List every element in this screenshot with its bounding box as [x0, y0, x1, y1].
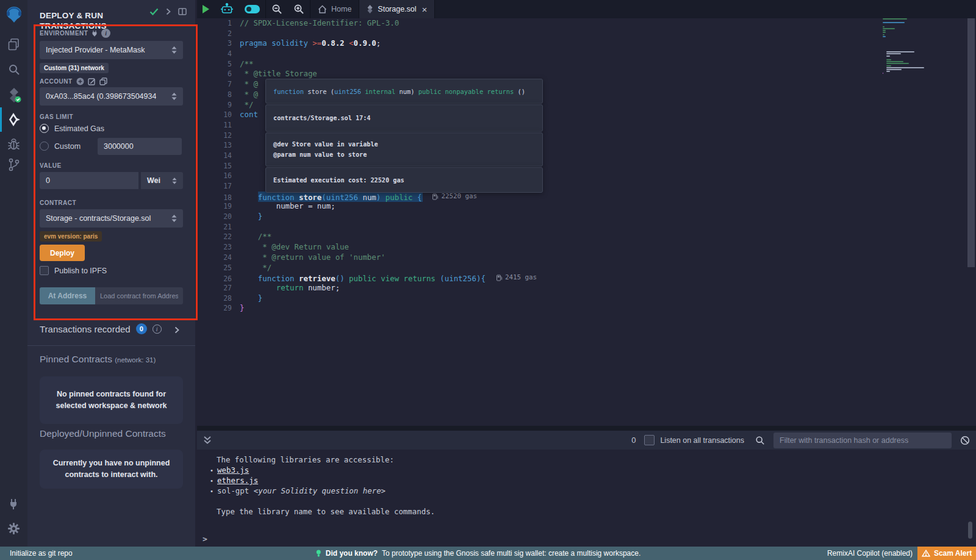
code-line[interactable]: 28 }: [197, 293, 976, 304]
account-select[interactable]: 0xA03...85ac4 (0.398673504934: [40, 87, 183, 106]
code-line[interactable]: 29}: [197, 303, 976, 314]
code-line[interactable]: 5/**: [197, 59, 976, 70]
evm-version-badge: evm version: paris: [40, 231, 102, 242]
deploy-button[interactable]: Deploy: [40, 245, 85, 261]
copilot-status[interactable]: RemixAI Copilot (enabled): [827, 549, 913, 558]
code-line[interactable]: 24 * @return value of 'number': [197, 253, 976, 263]
select-stepper-icon: [172, 178, 177, 184]
tooltip-docs: @dev Store value in variable@param num v…: [265, 132, 543, 167]
code-line[interactable]: 22 /**: [197, 232, 976, 242]
terminal-search-icon[interactable]: [755, 436, 765, 445]
plugin-manager-icon[interactable]: [0, 493, 27, 515]
terminal-tx-count: 0: [631, 436, 636, 445]
gas-estimate-annotation: 2415 gas: [497, 273, 537, 283]
environment-info-icon[interactable]: i: [101, 29, 110, 38]
code-line[interactable]: 1// SPDX-License-Identifier: GPL-3.0: [197, 18, 976, 29]
code-line[interactable]: 27 return number;: [197, 283, 976, 293]
panel-layout-icon[interactable]: [178, 8, 187, 15]
tab-storage-sol[interactable]: Storage.sol ×: [359, 0, 434, 18]
init-git-repo-button[interactable]: Initialize as git repo: [0, 549, 73, 558]
panel-expand-chevron-icon[interactable]: [166, 8, 171, 15]
network-badge: Custom (31) network: [40, 63, 109, 73]
plug-icon[interactable]: [92, 30, 98, 37]
editor-area: Home Storage.sol × 1// SPDX-License-Iden…: [197, 0, 976, 547]
code-line[interactable]: 2: [197, 29, 976, 39]
code-line[interactable]: 4: [197, 49, 976, 59]
custom-gas-input[interactable]: [98, 138, 182, 155]
contract-select[interactable]: Storage - contracts/Storage.sol: [40, 209, 183, 228]
environment-select[interactable]: Injected Provider - MetaMask: [40, 41, 183, 59]
terminal-header: 0 Listen on all transactions: [197, 431, 976, 450]
tab-home[interactable]: Home: [310, 0, 359, 18]
publish-ipfs-row: Publish to IPFS: [40, 266, 107, 275]
account-label: ACCOUNT: [40, 77, 107, 85]
deploy-run-icon[interactable]: [0, 109, 27, 131]
pinned-contracts-empty: No pinned contracts found for selected w…: [40, 376, 183, 424]
clear-console-icon[interactable]: [960, 436, 970, 445]
terminal-line: Type the library name to see available c…: [197, 506, 976, 517]
listen-transactions-label: Listen on all transactions: [660, 436, 744, 445]
value-label: VALUE: [40, 162, 62, 169]
terminal-link[interactable]: ethers.js: [217, 476, 258, 485]
transactions-expand-icon[interactable]: [174, 326, 179, 334]
code-line[interactable]: 26 function retrieve() public view retur…: [197, 273, 976, 283]
sign-message-icon[interactable]: [88, 77, 96, 85]
did-you-know-tip: Did you know? To prototype using the Gno…: [316, 549, 641, 558]
terminal-expand-icon[interactable]: [203, 436, 212, 445]
zoom-in-button[interactable]: [288, 0, 310, 18]
at-address-input[interactable]: [95, 287, 183, 304]
code-line[interactable]: 19 number = num;: [197, 201, 976, 212]
code-line[interactable]: 23 * @dev Return value: [197, 242, 976, 253]
remix-ide-window: DEPLOY & RUN TRANSACTIONS ENVIRONMENT i …: [0, 0, 976, 560]
terminal-link[interactable]: web3.js: [217, 465, 249, 475]
listen-transactions-checkbox[interactable]: [644, 435, 655, 445]
terminal-line: •ethers.js: [197, 475, 976, 486]
gas-limit-label: GAS LIMIT: [40, 113, 73, 120]
code-line[interactable]: 20 }: [197, 212, 976, 222]
solidity-compiler-icon[interactable]: [0, 84, 27, 106]
value-input[interactable]: [40, 172, 138, 189]
terminal-scrollbar-thumb[interactable]: [968, 522, 972, 539]
terminal-filter-input[interactable]: [773, 433, 952, 448]
code-line[interactable]: 21: [197, 222, 976, 232]
select-stepper-icon: [171, 46, 177, 54]
terminal-prompt[interactable]: >: [203, 534, 207, 544]
remix-logo-icon[interactable]: [0, 2, 27, 27]
deployed-contracts-title: Deployed/Unpinned Contracts: [40, 428, 166, 439]
value-unit-select[interactable]: Wei: [141, 172, 183, 189]
copy-address-icon[interactable]: [99, 77, 107, 85]
git-icon[interactable]: [0, 154, 27, 176]
search-icon[interactable]: [0, 59, 27, 81]
radio-selected[interactable]: [40, 124, 49, 133]
editor-tabbar: Home Storage.sol ×: [197, 0, 976, 18]
terminal-body[interactable]: The following libraries are accessible:•…: [197, 450, 976, 547]
custom-gas-radio[interactable]: Custom: [40, 142, 81, 151]
close-tab-icon[interactable]: ×: [422, 4, 428, 15]
debugger-icon[interactable]: [0, 133, 27, 155]
file-explorer-icon[interactable]: [0, 33, 27, 55]
transactions-count-badge: 0: [136, 323, 147, 334]
at-address-button[interactable]: At Address: [40, 287, 95, 304]
code-line[interactable]: 25 */: [197, 263, 976, 273]
code-line[interactable]: 6 * @title Storage: [197, 69, 976, 79]
settings-gear-icon[interactable]: [0, 517, 27, 539]
run-script-button[interactable]: [197, 0, 215, 18]
estimated-gas-radio[interactable]: Estimated Gas: [40, 124, 104, 133]
scam-alert-button[interactable]: Scam Alert: [917, 547, 976, 560]
solidity-file-icon: [367, 5, 373, 13]
copilot-toggle[interactable]: [239, 0, 265, 18]
zoom-out-button[interactable]: [266, 0, 288, 18]
warning-triangle-icon: [922, 550, 930, 557]
code-line[interactable]: 3pragma solidity >=0.8.2 <0.9.0;: [197, 38, 976, 49]
code-editor[interactable]: 1// SPDX-License-Identifier: GPL-3.023pr…: [197, 18, 976, 426]
terminal-top-strip: [197, 426, 976, 431]
transactions-info-icon[interactable]: i: [152, 325, 162, 334]
radio-unselected[interactable]: [40, 142, 49, 151]
pinned-contracts-title: Pinned Contracts (network: 31): [40, 354, 156, 365]
status-bar: Initialize as git repo Did you know? To …: [0, 547, 976, 560]
add-account-icon[interactable]: [76, 77, 84, 85]
hover-tooltip: function store (uint256 internal num) pu…: [265, 79, 543, 193]
ai-copilot-robot-icon[interactable]: [215, 0, 239, 18]
publish-ipfs-checkbox[interactable]: [40, 266, 49, 275]
select-stepper-icon: [171, 215, 177, 222]
